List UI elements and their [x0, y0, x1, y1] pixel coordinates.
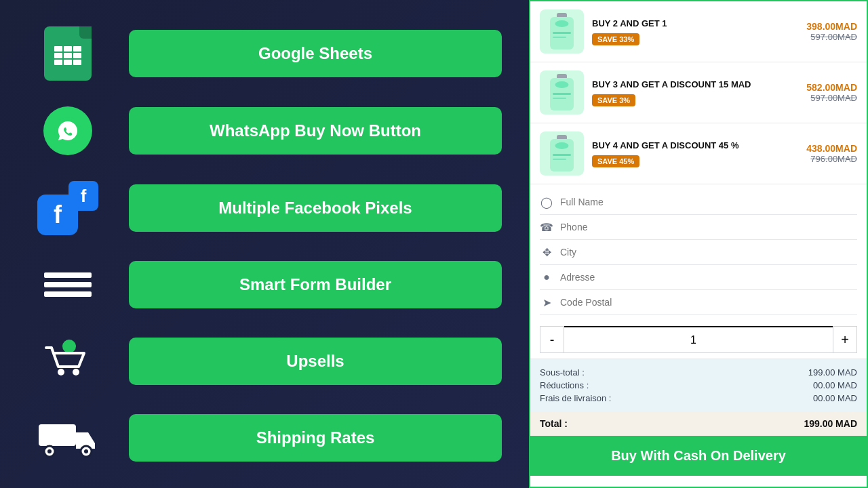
phone-icon: ☎ [540, 221, 553, 234]
city-row: ✥ [540, 240, 857, 265]
offer-row-2[interactable]: BUY 3 AND GET A DISCOUNT 15 MAD SAVE 3% … [530, 62, 867, 123]
sous-total-value: 199.00 MAD [808, 367, 857, 378]
reductions-row: Réductions : 00.00 MAD [540, 379, 857, 392]
sheets-cell [64, 53, 72, 58]
offer-details-3: BUY 4 AND GET A DISCOUNT 45 % SAVE 45% [592, 140, 798, 167]
grand-total-section: Total : 199.00 MAD [530, 411, 867, 436]
postal-row: ➤ [540, 290, 857, 315]
user-icon: ◯ [540, 196, 553, 209]
form-line-2 [44, 282, 92, 287]
left-panel: Google Sheets WhatsApp Buy Now Button f … [0, 0, 529, 488]
sheets-cell [64, 46, 72, 52]
offer-title-3: BUY 4 AND GET A DISCOUNT 45 % [592, 140, 798, 150]
svg-rect-13 [553, 37, 566, 38]
svg-point-3 [73, 369, 79, 375]
offer-image-1 [540, 9, 584, 54]
offer-price-main-3: 438.00MAD [806, 143, 857, 154]
totals-section: Sous-total : 199.00 MAD Réductions : 00.… [530, 359, 867, 411]
city-input[interactable] [560, 245, 857, 259]
whatsapp-button[interactable]: WhatsApp Buy Now Button [129, 107, 502, 155]
svg-point-16 [555, 81, 569, 88]
facebook-pixels-icon: f f [37, 181, 98, 235]
offer-price-1: 398.00MAD 597.00MAD [806, 21, 857, 42]
feature-row-form: Smart Form Builder [27, 261, 502, 308]
product-image-3 [543, 134, 580, 174]
facebook-pixels-button[interactable]: Multiple Facebook Pixels [129, 184, 502, 232]
svg-point-8 [84, 449, 88, 453]
form-line-1 [44, 272, 92, 278]
offer-image-3 [540, 131, 584, 176]
offer-price-2: 582.00MAD 597.00MAD [806, 82, 857, 103]
fb-icon-small1: f [68, 181, 98, 211]
feature-row-facebook: f f Multiple Facebook Pixels [27, 181, 502, 235]
svg-point-21 [555, 142, 569, 149]
svg-point-1 [62, 340, 76, 353]
sheets-cell [54, 46, 62, 52]
upsells-button[interactable]: Upsells [129, 338, 502, 385]
sheets-cell [73, 60, 81, 65]
upsells-icon-wrapper [27, 334, 108, 388]
sheets-cell [73, 53, 81, 58]
offer-image-2 [540, 70, 584, 115]
offer-details-1: BUY 2 AND GET 1 SAVE 33% [592, 18, 798, 45]
offer-price-old-1: 597.00MAD [806, 32, 857, 42]
postal-input[interactable] [560, 296, 857, 309]
form-icon-wrapper [27, 272, 108, 297]
offer-price-3: 438.00MAD 796.00MAD [806, 143, 857, 164]
full-name-row: ◯ [540, 190, 857, 215]
sheets-cell [54, 60, 62, 65]
offer-details-2: BUY 3 AND GET A DISCOUNT 15 MAD SAVE 3% [592, 79, 798, 106]
sheets-grid [54, 46, 81, 65]
address-input[interactable] [560, 270, 857, 284]
smart-form-button[interactable]: Smart Form Builder [129, 261, 502, 308]
svg-rect-23 [553, 159, 566, 160]
shipping-icon-wrapper [27, 418, 108, 458]
svg-point-7 [47, 449, 52, 453]
svg-rect-18 [553, 98, 566, 99]
quantity-plus-button[interactable]: + [833, 326, 857, 353]
sheets-icon [44, 26, 92, 81]
phone-input[interactable] [560, 220, 857, 234]
offer-badge-1: SAVE 33% [592, 33, 639, 45]
offer-row-3[interactable]: BUY 4 AND GET A DISCOUNT 45 % SAVE 45% 4… [530, 123, 867, 184]
offer-price-main-2: 582.00MAD [806, 82, 857, 93]
offer-badge-3: SAVE 45% [592, 155, 639, 167]
frais-value: 00.00 MAD [813, 393, 857, 403]
form-line-3 [44, 291, 92, 297]
right-panel: BUY 2 AND GET 1 SAVE 33% 398.00MAD 597.0… [529, 0, 868, 488]
total-label: Total : [540, 418, 568, 429]
svg-rect-12 [553, 32, 571, 34]
whatsapp-icon [43, 106, 92, 155]
reductions-label: Réductions : [540, 380, 589, 390]
sous-total-label: Sous-total : [540, 367, 585, 378]
frais-label: Frais de livraison : [540, 393, 611, 403]
phone-row: ☎ [540, 215, 857, 240]
sous-total-row: Sous-total : 199.00 MAD [540, 366, 857, 379]
postal-icon: ➤ [540, 296, 553, 309]
offer-price-old-3: 796.00MAD [806, 154, 857, 164]
reductions-value: 00.00 MAD [813, 380, 857, 390]
feature-row-whatsapp: WhatsApp Buy Now Button [27, 106, 502, 155]
offer-title-2: BUY 3 AND GET A DISCOUNT 15 MAD [592, 79, 798, 89]
quantity-minus-button[interactable]: - [540, 326, 564, 353]
offer-badge-2: SAVE 3% [592, 94, 635, 106]
offer-price-main-1: 398.00MAD [806, 21, 857, 32]
upsells-cart-icon [41, 334, 95, 388]
form-builder-icon [44, 272, 92, 297]
shipping-rates-button[interactable]: Shipping Rates [129, 414, 502, 462]
offer-row-1[interactable]: BUY 2 AND GET 1 SAVE 33% 398.00MAD 597.0… [530, 1, 867, 62]
google-sheets-button[interactable]: Google Sheets [129, 30, 502, 77]
quantity-input[interactable] [564, 326, 833, 353]
total-value: 199.00 MAD [804, 418, 857, 429]
feature-row-upsells: Upsells [27, 334, 502, 388]
full-name-input[interactable] [560, 195, 857, 209]
product-image-1 [543, 12, 580, 52]
feature-row-shipping: Shipping Rates [27, 414, 502, 462]
city-icon: ✥ [540, 246, 553, 259]
svg-rect-22 [553, 154, 571, 156]
quantity-row: - + [530, 321, 867, 359]
buy-button[interactable]: Buy With Cash On Delivery [530, 436, 867, 476]
whatsapp-icon-wrapper [27, 106, 108, 155]
grand-total-row: Total : 199.00 MAD [540, 418, 857, 429]
offer-title-1: BUY 2 AND GET 1 [592, 18, 798, 28]
